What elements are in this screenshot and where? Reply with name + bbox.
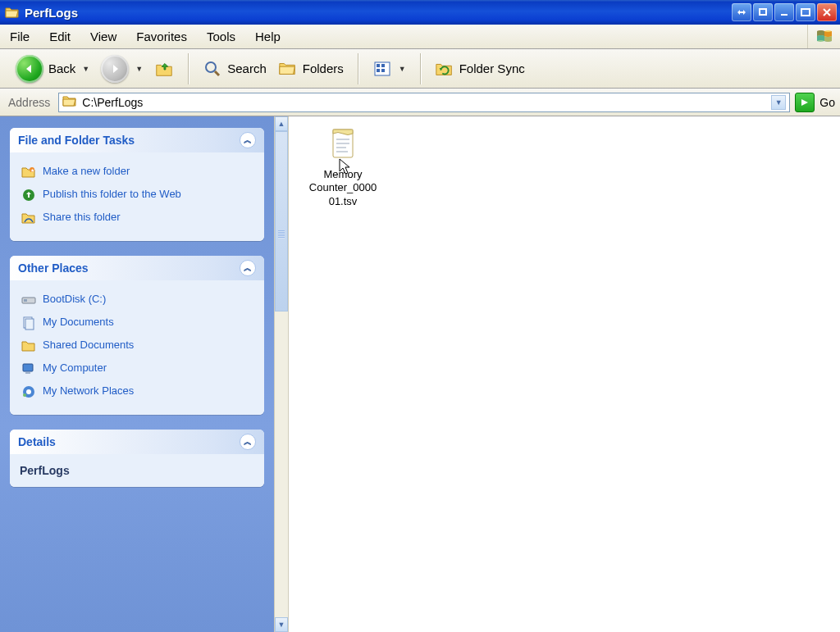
back-icon — [16, 55, 43, 83]
svg-rect-0 — [760, 9, 766, 15]
menu-file[interactable]: File — [0, 25, 39, 48]
menu-favorites[interactable]: Favorites — [126, 25, 197, 48]
folder-open-icon — [62, 94, 77, 110]
forward-icon — [101, 55, 129, 83]
folder-sync-icon — [435, 59, 454, 79]
drive-icon — [21, 293, 36, 307]
go-button[interactable] — [795, 93, 815, 112]
place-shared-documents[interactable]: Shared Documents — [20, 334, 254, 357]
address-path: C:\PerfLogs — [82, 96, 143, 109]
chevron-down-icon: ▼ — [399, 65, 406, 73]
folders-icon — [278, 59, 298, 79]
menu-view[interactable]: View — [80, 25, 126, 48]
task-label: Publish this folder to the Web — [43, 188, 181, 200]
back-button[interactable]: Back ▼ — [10, 51, 95, 87]
chevron-up-icon: ︽ — [240, 132, 256, 148]
details-card: Details ︽ PerfLogs — [10, 430, 264, 487]
file-name: Memory Counter_0000 01.tsv — [309, 168, 377, 208]
place-bootdisk[interactable]: BootDisk (C:) — [20, 289, 254, 311]
menu-tools[interactable]: Tools — [197, 25, 245, 48]
place-my-documents[interactable]: My Documents — [20, 311, 254, 334]
content-pane[interactable]: Memory Counter_0000 01.tsv — [289, 116, 840, 632]
folder-open-icon — [5, 6, 20, 19]
menu-edit[interactable]: Edit — [39, 25, 80, 48]
computer-icon — [21, 361, 36, 376]
scroll-grip-icon — [278, 230, 285, 239]
toolbar-separator — [358, 53, 358, 84]
scroll-up-button[interactable]: ▲ — [275, 116, 288, 131]
close-button[interactable] — [817, 3, 837, 21]
folders-label: Folders — [303, 61, 344, 75]
explorer-body: File and Folder Tasks ︽ ★ Make a new fol… — [0, 116, 840, 632]
other-places-card: Other Places ︽ BootDisk (C:) My Document… — [10, 256, 264, 415]
go-label: Go — [819, 96, 835, 109]
documents-icon — [21, 316, 36, 330]
task-publish-folder[interactable]: Publish this folder to the Web — [20, 184, 254, 207]
place-label: My Documents — [43, 316, 114, 328]
address-input[interactable]: C:\PerfLogs ▼ — [58, 93, 790, 112]
other-places-header[interactable]: Other Places ︽ — [10, 256, 264, 280]
globe-upload-icon — [21, 188, 36, 202]
svg-rect-17 — [25, 372, 30, 374]
toolbar-separator — [188, 53, 189, 84]
svg-rect-1 — [781, 14, 788, 16]
tasks-pane: File and Folder Tasks ︽ ★ Make a new fol… — [0, 116, 274, 632]
folders-button[interactable]: Folders — [272, 55, 349, 83]
folder-sync-label: Folder Sync — [459, 61, 525, 75]
place-my-network[interactable]: My Network Places — [20, 380, 254, 403]
folder-icon — [21, 339, 36, 353]
details-folder-name: PerfLogs — [20, 464, 254, 477]
scroll-down-button[interactable]: ▼ — [275, 617, 288, 632]
search-icon — [203, 59, 222, 79]
card-title: Other Places — [18, 261, 89, 275]
task-share-folder[interactable]: Share this folder — [20, 207, 254, 230]
svg-rect-2 — [801, 9, 810, 16]
address-label: Address — [5, 96, 53, 109]
views-icon — [372, 59, 392, 79]
network-icon — [21, 384, 36, 399]
maximize-button[interactable] — [796, 3, 815, 21]
place-label: BootDisk (C:) — [43, 293, 106, 305]
search-button[interactable]: Search — [197, 55, 272, 83]
restore-window-button[interactable] — [753, 3, 773, 21]
views-button[interactable]: ▼ — [367, 55, 412, 83]
tasks-scrollbar[interactable]: ▲ ▼ — [274, 116, 289, 632]
svg-rect-13 — [24, 299, 27, 302]
menubar: File Edit View Favorites Tools Help — [0, 25, 840, 49]
svg-rect-15 — [25, 319, 34, 330]
file-item[interactable]: Memory Counter_0000 01.tsv — [294, 125, 392, 208]
task-make-new-folder[interactable]: ★ Make a new folder — [20, 161, 254, 184]
details-header[interactable]: Details ︽ — [10, 430, 264, 454]
addressbar: Address C:\PerfLogs ▼ Go — [0, 89, 840, 116]
back-label: Back — [48, 61, 75, 75]
svg-text:★: ★ — [30, 168, 34, 173]
place-label: Shared Documents — [43, 339, 134, 351]
resize-left-right-button[interactable] — [732, 3, 751, 21]
chevron-down-icon: ▼ — [82, 65, 89, 73]
card-title: Details — [18, 435, 56, 448]
window-title: PerfLogs — [25, 6, 78, 20]
chevron-up-icon: ︽ — [240, 434, 256, 450]
minimize-button[interactable] — [774, 3, 794, 21]
place-label: My Network Places — [43, 384, 134, 397]
folder-sync-button[interactable]: Folder Sync — [429, 55, 531, 83]
search-label: Search — [227, 61, 267, 75]
svg-rect-6 — [381, 64, 385, 67]
up-button[interactable] — [148, 55, 180, 83]
file-folder-tasks-header[interactable]: File and Folder Tasks ︽ — [10, 128, 264, 152]
windows-flag-icon[interactable] — [807, 25, 840, 48]
svg-rect-8 — [381, 69, 385, 72]
place-my-computer[interactable]: My Computer — [20, 357, 254, 380]
place-label: My Computer — [43, 361, 107, 374]
titlebar: PerfLogs — [0, 0, 840, 25]
folder-up-icon — [154, 59, 174, 79]
forward-button[interactable]: ▼ — [95, 51, 148, 87]
menu-help[interactable]: Help — [245, 25, 290, 48]
scroll-thumb[interactable] — [275, 131, 288, 311]
toolbar: Back ▼ ▼ Sea — [0, 49, 840, 89]
svg-point-20 — [23, 393, 26, 397]
chevron-up-icon: ︽ — [240, 260, 256, 276]
address-dropdown-button[interactable]: ▼ — [771, 95, 786, 110]
svg-rect-7 — [377, 69, 380, 72]
task-label: Share this folder — [43, 211, 121, 223]
